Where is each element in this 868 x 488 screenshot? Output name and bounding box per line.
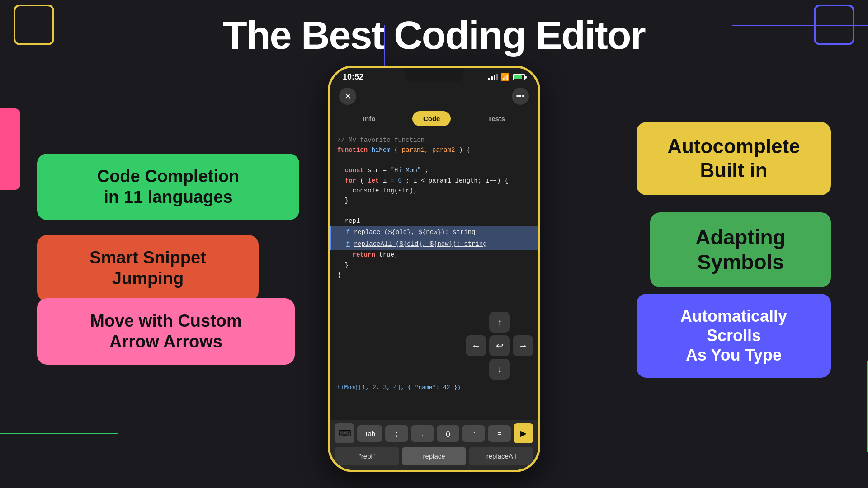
keyboard-icon-button[interactable]: ⌨ bbox=[335, 423, 354, 443]
tab-key[interactable]: Tab bbox=[357, 425, 382, 442]
arrow-up-button[interactable]: ↑ bbox=[489, 312, 510, 333]
card-code-completion-label: Code Completionin 11 languages bbox=[97, 167, 240, 206]
equals-key[interactable]: = bbox=[488, 425, 511, 442]
arrow-controls: ↑ ← ↩ → ↓ bbox=[466, 312, 533, 380]
suggest-replace[interactable]: replace bbox=[402, 447, 467, 465]
more-button[interactable]: ••• bbox=[512, 88, 529, 105]
phone-content: 10:52 📶 ✕ ••• bbox=[330, 68, 538, 470]
deco-side-left bbox=[0, 108, 20, 190]
card-auto-scrolls-label: Automatically ScrollsAs You Type bbox=[680, 307, 787, 364]
card-auto-scrolls: Automatically ScrollsAs You Type bbox=[637, 294, 831, 378]
code-comment: // My favorite function bbox=[337, 135, 531, 145]
run-button[interactable]: ▶ bbox=[514, 423, 533, 443]
phone-mockup: 10:52 📶 ✕ ••• bbox=[328, 66, 540, 472]
arrow-right-button[interactable]: → bbox=[513, 335, 533, 356]
code-blank-2 bbox=[337, 206, 531, 216]
dot-key[interactable]: . bbox=[411, 425, 434, 442]
keyboard-area: ⌨ Tab ; . () " = ▶ "repl" replace replac… bbox=[330, 420, 538, 470]
keyboard-suggestions: "repl" replace replaceAll bbox=[335, 447, 533, 465]
phone-tabs: Info Code Tests bbox=[330, 109, 538, 131]
parens-key[interactable]: () bbox=[437, 425, 460, 442]
signal-icon bbox=[488, 74, 498, 80]
phone-outer: 10:52 📶 ✕ ••• bbox=[328, 66, 540, 472]
tab-code[interactable]: Code bbox=[412, 111, 451, 126]
card-code-completion: Code Completionin 11 languages bbox=[37, 154, 299, 220]
code-const: const str = "Hi Mom" ; bbox=[337, 165, 531, 175]
card-autocomplete: AutocompleteBuilt in bbox=[637, 122, 831, 195]
code-close-func: } bbox=[337, 270, 531, 280]
code-bottom-text: hiMom([1, 2, 3, 4], { "name": 42 }) bbox=[337, 384, 461, 391]
phone-notch bbox=[405, 68, 463, 82]
tab-info[interactable]: Info bbox=[352, 111, 387, 126]
code-editor[interactable]: // My favorite function function hiMom (… bbox=[330, 131, 538, 285]
card-adapting: AdaptingSymbols bbox=[650, 212, 831, 287]
card-smart-snippet-label: Smart SnippetJumping bbox=[90, 248, 206, 288]
undo-button[interactable]: ↩ bbox=[489, 335, 510, 356]
code-blank-1 bbox=[337, 155, 531, 165]
battery-fill bbox=[514, 75, 522, 79]
main-title: The Best Coding Editor bbox=[0, 14, 868, 57]
code-return: return true; bbox=[337, 250, 531, 260]
status-icons: 📶 bbox=[488, 73, 525, 81]
code-line-function: function hiMom ( param1, param2 ) { bbox=[337, 145, 531, 155]
close-button[interactable]: ✕ bbox=[339, 88, 356, 105]
tab-tests[interactable]: Tests bbox=[477, 111, 516, 126]
card-autocomplete-label: AutocompleteBuilt in bbox=[667, 135, 800, 181]
code-bottom-line: hiMom([1, 2, 3, 4], { "name": 42 }) bbox=[337, 383, 493, 391]
code-console: console.log(str); bbox=[337, 186, 531, 196]
card-adapting-label: AdaptingSymbols bbox=[695, 225, 785, 274]
code-close-for: } bbox=[337, 196, 531, 206]
battery-icon bbox=[513, 74, 525, 80]
card-move-arrows: Move with CustomArrow Arrows bbox=[37, 298, 295, 365]
code-for: for ( let i = 0 ; i < param1.length; i++… bbox=[337, 176, 531, 186]
code-close-if: } bbox=[337, 260, 531, 270]
arrow-down-button[interactable]: ↓ bbox=[489, 359, 510, 380]
card-move-arrows-label: Move with CustomArrow Arrows bbox=[90, 311, 242, 351]
semicolon-key[interactable]: ; bbox=[385, 425, 408, 442]
keyboard-row-1: ⌨ Tab ; . () " = ▶ bbox=[335, 423, 533, 443]
arrow-middle-row: ← ↩ → bbox=[466, 335, 533, 356]
suggest-repl[interactable]: "repl" bbox=[335, 447, 399, 465]
card-smart-snippet: Smart SnippetJumping bbox=[37, 235, 259, 301]
code-replaceall: f replaceAll (${old}, ${new}): string bbox=[330, 238, 538, 250]
status-time: 10:52 bbox=[343, 72, 363, 82]
arrow-left-button[interactable]: ← bbox=[466, 335, 486, 356]
quote-key[interactable]: " bbox=[462, 425, 485, 442]
suggest-replaceall[interactable]: replaceAll bbox=[469, 447, 533, 465]
deco-line-bottom-left bbox=[0, 433, 118, 434]
wifi-icon: 📶 bbox=[501, 73, 510, 81]
code-repl: repl bbox=[337, 216, 531, 226]
code-replace: f replace (${old}, ${new}): string bbox=[330, 226, 538, 238]
